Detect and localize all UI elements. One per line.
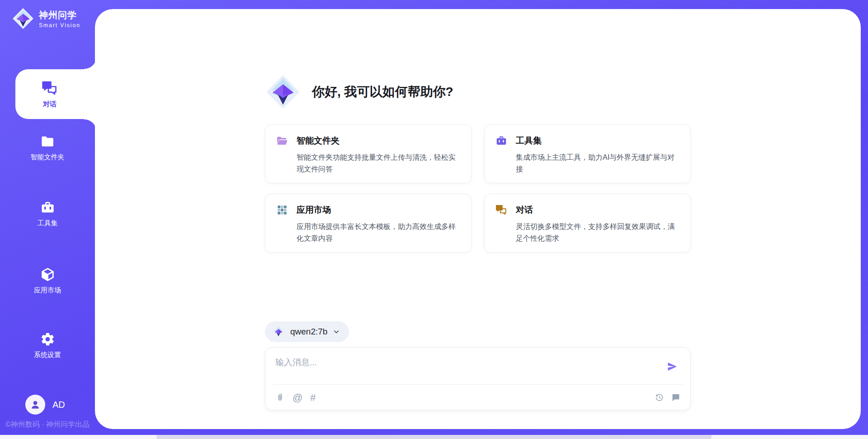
main-panel: 你好, 我可以如何帮助你? 智能文件夹 智能文件夹功能支持批量文件上传与清洗，轻… — [95, 9, 861, 429]
card-title: 智能文件夹 — [297, 135, 340, 147]
history-clock-icon — [655, 393, 664, 402]
card-title: 应用市场 — [297, 204, 331, 216]
send-button[interactable] — [667, 361, 678, 372]
card-description: 智能文件夹功能支持批量文件上传与清洗，轻松实现文件问答 — [297, 152, 459, 175]
sidebar: 神州问学 Smart Vision 对话 智能文件夹 工具集 应用市场 系统设置… — [0, 0, 95, 439]
app-logo-icon — [12, 7, 34, 30]
card-description: 应用市场提供丰富长文本模板，助力高效生成多样化文章内容 — [297, 221, 459, 244]
message-input[interactable] — [265, 348, 659, 384]
chat-bubbles-icon — [495, 204, 507, 216]
card-chat[interactable]: 对话 灵活切换多模型文件，支持多样回复效果调试，满足个性化需求 — [484, 194, 691, 253]
model-logo-icon — [272, 325, 285, 338]
card-title: 对话 — [516, 204, 533, 216]
chat-box-icon — [671, 393, 680, 402]
horizontal-scrollbar[interactable] — [0, 435, 868, 439]
new-chat-button[interactable] — [671, 393, 680, 402]
sidebar-item-label: 对话 — [43, 100, 57, 109]
greeting-title: 你好, 我可以如何帮助你? — [312, 83, 453, 100]
folder-icon — [40, 134, 55, 149]
greeting-logo-icon — [265, 74, 301, 110]
hash-icon: # — [310, 392, 316, 403]
folder-open-icon — [276, 135, 288, 147]
avatar — [25, 395, 45, 415]
person-icon — [29, 399, 41, 410]
toolbox-icon — [40, 200, 55, 215]
cube-icon — [40, 267, 55, 282]
grid-icon — [276, 204, 288, 216]
feature-cards: 智能文件夹 智能文件夹功能支持批量文件上传与清洗，轻松实现文件问答 工具集 集成… — [265, 124, 691, 253]
at-icon: @ — [292, 392, 302, 403]
user-profile[interactable]: AD — [25, 395, 65, 415]
sidebar-item-label: 系统设置 — [34, 351, 61, 359]
copyright-text: ©神州数码 · 神州问学出品 — [5, 420, 90, 429]
brand-subtitle: Smart Vision — [39, 22, 80, 29]
toolbox-icon — [495, 135, 507, 147]
card-description: 灵活切换多模型文件，支持多样回复效果调试，满足个性化需求 — [516, 221, 679, 244]
sidebar-item-settings[interactable]: 系统设置 — [0, 332, 95, 359]
sidebar-item-label: 应用市场 — [34, 286, 61, 295]
history-button[interactable] — [655, 393, 664, 402]
card-smart-folder[interactable]: 智能文件夹 智能文件夹功能支持批量文件上传与清洗，轻松实现文件问答 — [265, 124, 472, 183]
message-composer: @ # — [265, 347, 691, 410]
card-app-market[interactable]: 应用市场 应用市场提供丰富长文本模板，助力高效生成多样化文章内容 — [265, 194, 472, 253]
composer-toolbar: @ # — [265, 385, 690, 410]
brand-name: 神州问学 — [39, 9, 80, 21]
paperclip-icon — [275, 393, 285, 402]
scrollbar-thumb[interactable] — [156, 435, 712, 439]
attach-file-button[interactable] — [275, 393, 285, 402]
card-toolset[interactable]: 工具集 集成市场上主流工具，助力AI与外界无缝扩展与对接 — [484, 124, 691, 183]
sidebar-item-chat[interactable]: 对话 — [15, 69, 96, 119]
card-title: 工具集 — [516, 135, 542, 147]
sidebar-item-smart-folder[interactable]: 智能文件夹 — [0, 134, 95, 162]
sidebar-item-label: 智能文件夹 — [31, 153, 65, 162]
model-name: qwen2:7b — [290, 327, 327, 337]
sidebar-item-toolset[interactable]: 工具集 — [0, 200, 95, 228]
user-initials: AD — [52, 400, 65, 410]
paper-plane-icon — [667, 361, 678, 372]
sidebar-item-app-market[interactable]: 应用市场 — [0, 267, 95, 295]
topic-button[interactable]: # — [310, 393, 316, 402]
brand: 神州问学 Smart Vision — [12, 7, 80, 30]
sidebar-item-label: 工具集 — [38, 219, 58, 228]
greeting-block: 你好, 我可以如何帮助你? — [265, 74, 453, 110]
gear-icon — [40, 332, 55, 347]
chat-bubbles-icon — [42, 80, 58, 96]
model-selector[interactable]: qwen2:7b — [265, 321, 349, 342]
card-description: 集成市场上主流工具，助力AI与外界无缝扩展与对接 — [516, 152, 679, 175]
mention-button[interactable]: @ — [292, 393, 302, 402]
chevron-down-icon — [333, 328, 340, 335]
